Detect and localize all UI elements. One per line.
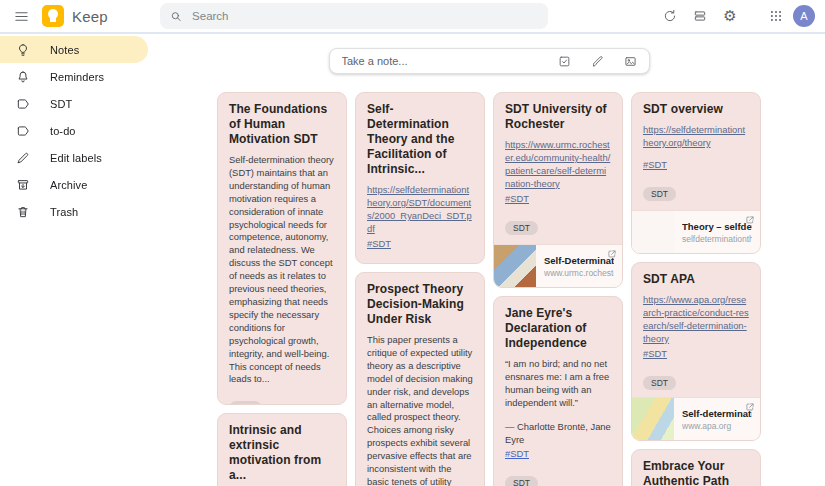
list-view-icon[interactable] <box>687 3 713 29</box>
refresh-icon[interactable] <box>657 3 683 29</box>
note-card[interactable]: Prospect Theory Decision-Making Under Ri… <box>355 272 485 486</box>
checkbox-icon[interactable] <box>558 55 571 68</box>
sidebar-item-trash[interactable]: Trash <box>0 198 148 225</box>
sidebar-item-label: Trash <box>50 206 78 218</box>
sidebar-item-label: Reminders <box>50 71 104 83</box>
note-text: This paper presents a critique of expect… <box>367 334 473 486</box>
note-text: “I am no bird; and no net ensnares me: I… <box>505 358 611 410</box>
sidebar-item-sdt[interactable]: SDT <box>0 90 148 117</box>
label-chip[interactable]: SDT <box>643 187 676 202</box>
preview-url: selfdeterminationtheo... <box>682 234 752 244</box>
note-body: https://www.apa.org/research-practice/co… <box>643 294 749 361</box>
preview-url: www.urmc.rochester.e... <box>544 268 614 278</box>
preview-thumbnail <box>632 211 674 253</box>
sidebar-item-label: Notes <box>50 44 79 56</box>
link-preview[interactable]: Theory – selfdeter... selfdeterminationt… <box>632 210 760 253</box>
take-a-note-bar[interactable] <box>329 48 650 74</box>
note-title: Intrinsic and extrinsic motivation from … <box>229 423 335 483</box>
note-label-row: SDT <box>367 262 473 264</box>
label-icon <box>16 97 30 111</box>
note-card[interactable]: SDT University of Rochester https://www.… <box>493 92 623 288</box>
take-a-note-input[interactable] <box>342 55 550 67</box>
note-title: SDT overview <box>643 102 749 117</box>
note-link[interactable]: https://www.urmc.rochester.edu/community… <box>505 139 611 191</box>
sidebar-item-label: Archive <box>50 179 87 191</box>
account-avatar[interactable]: A <box>793 5 815 27</box>
note-card[interactable]: Embrace Your Authentic Path quote <box>631 449 761 486</box>
main-content: The Foundations of Human Motivation SDT … <box>217 34 761 486</box>
label-chip[interactable]: SDT <box>505 221 538 236</box>
sidebar-nav: Notes Reminders SDT to-do Edit labels Ar… <box>0 36 213 225</box>
sidebar-item-edit-labels[interactable]: Edit labels <box>0 144 148 171</box>
pencil-icon <box>16 151 30 165</box>
label-chip[interactable]: SDT <box>505 476 538 486</box>
image-icon[interactable] <box>624 55 637 68</box>
notes-board: The Foundations of Human Motivation SDT … <box>217 92 761 486</box>
label-chip[interactable]: SDT <box>643 376 676 391</box>
note-title: Self-Determination Theory and the Facili… <box>367 102 473 177</box>
link-preview[interactable]: Self-Determinatio... www.urmc.rochester.… <box>494 244 622 287</box>
note-link[interactable]: #SDT <box>643 159 749 172</box>
keep-logo[interactable]: Keep <box>42 5 108 27</box>
archive-icon <box>16 178 30 192</box>
label-chip[interactable]: SDT <box>229 401 262 405</box>
note-title: The Foundations of Human Motivation SDT <box>229 102 335 147</box>
search-icon <box>170 10 182 23</box>
notes-column: SDT overview https://selfdeterminationth… <box>631 92 761 486</box>
preview-title: Self-Determinatio... <box>544 255 614 266</box>
preview-url: www.apa.org <box>682 421 752 431</box>
note-link[interactable]: https://selfdeterminationtheory.org/SDT/… <box>367 184 473 236</box>
sidebar-item-label: to-do <box>50 125 76 137</box>
keep-lightbulb-icon <box>42 5 64 27</box>
main-menu-icon[interactable] <box>6 1 36 31</box>
search-input[interactable] <box>192 10 538 22</box>
note-link[interactable]: https://selfdeterminationtheory.org/theo… <box>643 124 749 150</box>
note-card[interactable]: SDT overview https://selfdeterminationth… <box>631 92 761 254</box>
note-link[interactable]: #SDT <box>505 448 611 461</box>
search-bar[interactable] <box>160 3 548 29</box>
google-apps-grid-icon[interactable] <box>763 3 789 29</box>
sidebar-item-label: Edit labels <box>50 152 102 164</box>
note-title: Jane Eyre's Declaration of Independence <box>505 306 611 351</box>
note-link[interactable]: #SDT <box>505 193 611 206</box>
open-in-new-icon[interactable] <box>745 215 755 225</box>
note-link[interactable]: https://www.apa.org/research-practice/co… <box>643 294 749 346</box>
note-title: Embrace Your Authentic Path quote <box>643 459 749 486</box>
sidebar-item-archive[interactable]: Archive <box>0 171 148 198</box>
note-body: “I am no bird; and no net ensnares me: I… <box>505 358 611 461</box>
sidebar-item-notes[interactable]: Notes <box>0 36 148 63</box>
settings-gear-icon[interactable]: ⚙ <box>717 3 743 29</box>
label-icon <box>16 124 30 138</box>
note-text: — Charlotte Brontë, Jane Eyre <box>505 421 611 447</box>
sidebar-item-to-do[interactable]: to-do <box>0 117 148 144</box>
sidebar-item-reminders[interactable]: Reminders <box>0 63 148 90</box>
note-card[interactable]: SDT APA https://www.apa.org/research-pra… <box>631 262 761 441</box>
note-card[interactable]: Self-Determination Theory and the Facili… <box>355 92 485 264</box>
note-label-row: SDT <box>643 372 749 391</box>
note-label-row: SDT <box>505 472 611 486</box>
lightbulb-icon <box>16 43 30 57</box>
note-card[interactable]: Intrinsic and extrinsic motivation from … <box>217 413 347 486</box>
sidebar-item-label: SDT <box>50 98 72 110</box>
trash-icon <box>16 205 30 219</box>
note-body: https://www.urmc.rochester.edu/community… <box>505 139 611 206</box>
note-label-row: SDT <box>643 183 749 202</box>
notes-column: SDT University of Rochester https://www.… <box>493 92 623 486</box>
note-card[interactable]: Jane Eyre's Declaration of Independence … <box>493 296 623 486</box>
note-link[interactable]: #SDT <box>367 238 473 251</box>
note-label-row: SDT <box>505 217 611 236</box>
open-in-new-icon[interactable] <box>607 249 617 259</box>
note-body: This paper presents a critique of expect… <box>367 334 473 486</box>
brush-icon[interactable] <box>591 55 604 68</box>
note-link[interactable]: #SDT <box>643 348 749 361</box>
bell-icon <box>16 70 30 84</box>
notes-column: The Foundations of Human Motivation SDT … <box>217 92 347 486</box>
link-preview[interactable]: Self-determinatio... www.apa.org <box>632 397 760 440</box>
preview-thumbnail <box>632 398 674 440</box>
preview-title: Theory – selfdeter... <box>682 221 752 232</box>
note-body: Self-determination theory (SDT) maintain… <box>229 154 335 386</box>
note-body: https://selfdeterminationtheory.org/SDT/… <box>367 184 473 251</box>
note-card[interactable]: The Foundations of Human Motivation SDT … <box>217 92 347 405</box>
open-in-new-icon[interactable] <box>745 402 755 412</box>
preview-title: Self-determinatio... <box>682 408 752 419</box>
